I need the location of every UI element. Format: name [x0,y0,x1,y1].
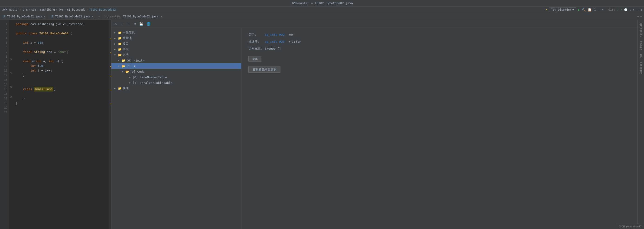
gutter-line9 [9,57,14,62]
tree-item-general[interactable]: ▶ 📁 一般信息 [112,30,241,35]
edit-button[interactable]: Edit [248,56,262,62]
git-checkmark-icon: ✓ [617,8,619,12]
jclasslib-refresh-btn[interactable]: ↻ [132,22,137,26]
tree-item-constants-label: 常量池 [122,36,132,40]
git-clock-icon: 🕐 [624,8,628,12]
redo-button[interactable]: ↪ [602,8,604,12]
jclasslib-forward-btn[interactable]: → [126,22,131,26]
scrollbar[interactable] [109,20,111,229]
code-line-6 [16,45,109,50]
tab-t0103[interactable]: J T0103_ByteCode03.java ✕ [48,13,96,20]
settings-icon[interactable]: ⚙ [637,15,639,18]
window-min-icon[interactable]: — [636,8,638,12]
tree-arrow-interfaces: ▶ [114,42,117,45]
breadcrumb-c1bytecode[interactable]: c1_bytecode [67,8,86,12]
clock-button[interactable]: ⏱ [594,8,597,12]
tree-item-methods[interactable]: ▼ 📂 方法 [112,52,241,58]
tree-item-localvar[interactable]: ▶ ▪ [1] LocalVariableTable [112,80,241,86]
tree-folder-fields-icon: 📁 [118,48,122,51]
tree-file-localvar-icon: ▪ [129,81,131,84]
edit-button-container: Edit [248,54,630,62]
code-line-2 [16,26,109,31]
breadcrumb-mashibing[interactable]: mashibing [40,8,55,12]
tree-item-fields[interactable]: ▶ 📁 字段 [112,46,241,52]
breakpoint-indicator-17 [10,96,12,98]
panel-minimize-icon[interactable]: — [640,15,642,18]
tree-arrow-attributes: ▶ [114,87,117,90]
profile-button[interactable]: 📋 [588,8,592,12]
side-icon-database[interactable]: Database [639,60,643,76]
code-line-16 [16,92,109,96]
tree-item-localvar-label: [1] LocalVariableTable [132,81,172,84]
breadcrumb-com[interactable]: com [31,8,36,12]
breadcrumb-src[interactable]: src [22,8,28,12]
tree-arrow-general: ▶ [114,31,117,34]
code-line-11: int j = i++; [16,68,109,73]
tree-item-interfaces[interactable]: ▶ 📁 接口 [112,41,241,46]
tree-item-general-label: 一般信息 [122,30,135,34]
code-line-18: } [16,101,109,106]
tree-folder-code-icon: 📂 [125,70,129,74]
tab-t0103-label: T0103_ByteCode03.java [55,15,90,18]
git-up-icon: ↑ [633,8,634,12]
code-line-17: } [16,96,109,101]
jclasslib-back-btn[interactable]: ← [119,22,124,26]
code-editor[interactable]: 1 2 3 4 5 6 7 8 9 10 11 12 13 14 15 16 1… [0,20,112,229]
copy-signature-button[interactable]: 复制签名到剪贴板 [248,66,280,73]
tree-arrow-m: ▼ [118,65,121,67]
side-icon-commit[interactable]: Commit [639,40,643,52]
tree-item-method-m[interactable]: ▼ 📂 [1] m [112,63,241,69]
breadcrumb-jvm-master[interactable]: JVM-master [2,8,19,12]
side-icon-ant[interactable]: Ant [639,52,643,60]
run-button[interactable]: ▶ [578,8,580,12]
tree-folder-methods-icon: 📂 [118,53,122,57]
tree-item-code[interactable]: ▼ 📂 [0] Code [112,69,241,74]
info-value-access: 0x0000 [] [265,47,281,50]
branch-name: T04_Disorder [551,8,571,12]
code-line-10: int i=0; [16,64,109,68]
gutter-line12 [9,71,14,76]
tab-dropdown-button[interactable]: ▾ [96,13,102,20]
code-line-3: public class T0102_ByteCode02 { [16,31,109,36]
info-value-name-link[interactable]: cp_info #22 [265,33,284,36]
jclasslib-info-panel: 名字: cp_info #22 <m> 描述符: cp_info #23 <(I… [242,28,638,229]
tree-folder-m-icon: 📂 [122,64,125,68]
tab-bar: J T0102_ByteCode02.java ✕ J T0103_ByteCo… [0,13,644,20]
jclasslib-tree: ▶ 📁 一般信息 ▶ 📁 常量池 ▶ 📁 接口 ▶ [112,28,242,229]
gutter-line15 [9,85,14,90]
info-value-descriptor-link[interactable]: cp_info #23 [265,40,284,44]
code-line-8 [16,54,109,59]
jclasslib-close-btn[interactable]: ✕ [113,22,118,26]
jclasslib-tab-close[interactable]: ✕ [161,15,162,18]
window-max-icon[interactable]: □ [640,8,642,12]
code-line-7: final String aaa = "abc"; [16,50,109,54]
tab-t0102[interactable]: J T0102_ByteCode02.java ✕ [0,13,48,20]
marker-3 [110,66,111,67]
tree-item-attributes[interactable]: ▶ 📁 属性 [112,86,241,91]
tab-t0103-close[interactable]: ✕ [92,15,93,18]
breadcrumb-class[interactable]: T0102_ByteCode02 [89,8,116,12]
line-numbers: 1 2 3 4 5 6 7 8 9 10 11 12 13 14 15 16 1… [0,20,9,229]
tree-item-linenumber[interactable]: ▶ ▪ [0] LineNumberTable [112,74,241,80]
code-lines: package com.mashibing.jvm.c1_bytecode; p… [14,20,109,229]
breadcrumb-jvm[interactable]: jvm [58,8,64,12]
title-bar: JVM-master – T0102_ByteCode02.java [0,0,644,6]
jclasslib-save-btn[interactable]: 💾 [138,22,144,26]
jclasslib-file: T0102_ByteCode02.java [123,15,158,18]
breakpoint-indicator-9 [10,58,12,60]
tree-folder-init-icon: 📁 [122,59,125,62]
jclasslib-web-btn[interactable]: 🌐 [146,22,151,26]
undo-button[interactable]: ↩ [598,8,600,12]
copy-button-container: 复制签名到剪贴板 [248,64,630,73]
tree-item-attributes-label: 属性 [122,86,128,90]
tab-t0102-close[interactable]: ✕ [44,15,45,18]
info-value-descriptor-suffix: <(II)V> [284,40,301,44]
build-button[interactable]: 🔨 [582,8,586,12]
branch-selector[interactable]: T04_Disorder ▼ [549,8,576,12]
code-line-9: void m(int a, int b) { [16,59,109,64]
side-icon-jclasslib[interactable]: jclasslib [639,22,643,38]
tree-item-init[interactable]: ▶ 📁 [0] <init> [112,58,241,63]
tree-item-linenumber-label: [0] LineNumberTable [132,76,167,79]
tree-item-constants[interactable]: ▶ 📁 常量池 [112,35,241,41]
marker-5 [110,90,111,90]
